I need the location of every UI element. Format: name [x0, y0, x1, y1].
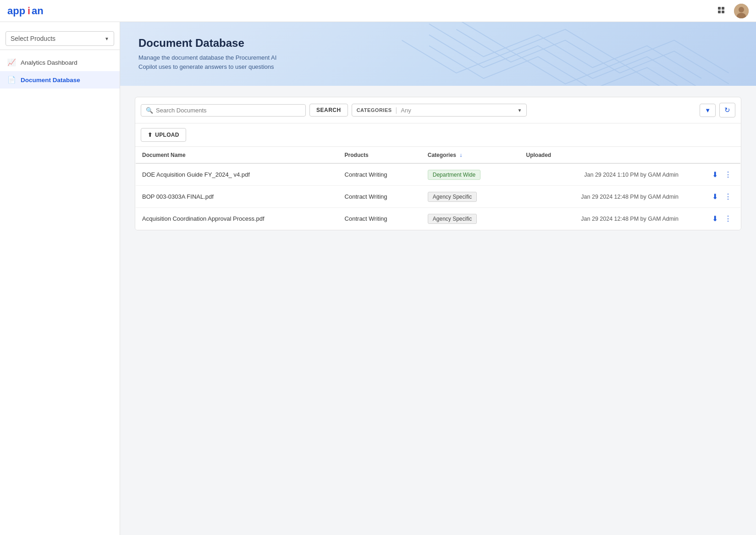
search-wrapper: 🔍	[141, 104, 306, 117]
cell-doc-name: Acquisition Coordination Approval Proces…	[136, 208, 338, 230]
sidebar-item-label-analytics: Analytics Dashboard	[21, 59, 77, 66]
upload-container: ⬆ UPLOAD	[135, 123, 741, 147]
content-area: 🔍 SEARCH CATEGORIES | Any ▼ ▼	[120, 86, 756, 241]
document-table-container: 🔍 SEARCH CATEGORIES | Any ▼ ▼	[135, 97, 741, 230]
hero-banner: Document Database Manage the document da…	[120, 22, 756, 86]
appian-logo-svg: app i an	[7, 4, 49, 18]
uploaded-text: Jan 29 2024 12:48 PM by GAM Admin	[581, 194, 679, 200]
uploaded-text: Jan 29 2024 1:10 PM by GAM Admin	[584, 172, 679, 178]
svg-text:app: app	[7, 5, 25, 17]
categories-label: CATEGORIES	[357, 107, 392, 113]
upload-button[interactable]: ⬆ UPLOAD	[141, 128, 186, 142]
th-categories[interactable]: Categories ↓	[421, 147, 520, 164]
search-icon: 🔍	[146, 107, 153, 114]
product-select[interactable]: Select Products ▼	[6, 31, 114, 46]
upload-label: UPLOAD	[155, 132, 179, 138]
more-options-button[interactable]: ⋮	[722, 191, 734, 202]
search-input[interactable]	[156, 107, 301, 114]
filter-icon: ▼	[705, 107, 711, 114]
sidebar-item-document-database[interactable]: 📄 Document Database	[0, 71, 120, 89]
cell-uploaded: Jan 29 2024 1:10 PM by GAM Admin	[520, 163, 685, 186]
svg-rect-6	[722, 11, 724, 13]
table-header: Document Name Products Categories ↓ Uplo…	[136, 147, 741, 164]
more-options-button[interactable]: ⋮	[722, 169, 734, 180]
avatar[interactable]	[734, 4, 749, 18]
category-badge: Agency Specific	[428, 192, 477, 202]
page-subtitle: Manage the document database the Procure…	[138, 53, 738, 71]
search-filter-bar: 🔍 SEARCH CATEGORIES | Any ▼ ▼	[135, 97, 741, 123]
cell-category: Agency Specific	[421, 186, 520, 208]
th-uploaded: Uploaded	[520, 147, 685, 164]
refresh-button[interactable]: ↻	[719, 103, 735, 117]
sidebar: Select Products ▼ 📈 Analytics Dashboard …	[0, 22, 120, 535]
category-badge: Department Wide	[428, 170, 480, 180]
cell-uploaded: Jan 29 2024 12:48 PM by GAM Admin	[520, 208, 685, 230]
app-layout: Select Products ▼ 📈 Analytics Dashboard …	[0, 22, 756, 535]
svg-rect-5	[718, 11, 721, 13]
svg-rect-3	[718, 7, 721, 10]
avatar-image	[734, 4, 749, 18]
cell-doc-name: BOP 003-0303A FINAL.pdf	[136, 186, 338, 208]
svg-point-8	[739, 7, 744, 12]
table-row: BOP 003-0303A FINAL.pdf Contract Writing…	[136, 186, 741, 208]
download-button[interactable]: ⬇	[710, 213, 720, 224]
cell-doc-name: DOE Acquisition Guide FY_2024_ v4.pdf	[136, 163, 338, 186]
sort-icon: ↓	[459, 152, 462, 158]
page-title: Document Database	[138, 37, 738, 50]
table-row: DOE Acquisition Guide FY_2024_ v4.pdf Co…	[136, 163, 741, 186]
cell-actions: ⬇ ⋮	[685, 163, 741, 186]
svg-text:i: i	[28, 5, 30, 17]
cell-products: Contract Writing	[338, 208, 421, 230]
more-options-button[interactable]: ⋮	[722, 213, 734, 224]
categories-chevron-icon: ▼	[518, 108, 522, 113]
refresh-icon: ↻	[724, 106, 730, 114]
document-table: Document Name Products Categories ↓ Uplo…	[135, 147, 741, 230]
top-nav: app i an	[0, 0, 756, 22]
cell-products: Contract Writing	[338, 186, 421, 208]
uploaded-text: Jan 29 2024 12:48 PM by GAM Admin	[581, 216, 679, 222]
upload-icon: ⬆	[148, 132, 152, 138]
cell-category: Agency Specific	[421, 208, 520, 230]
categories-filter[interactable]: CATEGORIES | Any ▼	[352, 104, 527, 117]
cell-actions: ⬇ ⋮	[685, 186, 741, 208]
chevron-down-icon: ▼	[105, 36, 109, 41]
th-document-name: Document Name	[136, 147, 338, 164]
sidebar-item-analytics[interactable]: 📈 Analytics Dashboard	[0, 54, 120, 71]
product-select-wrapper: Select Products ▼	[0, 28, 120, 50]
download-button[interactable]: ⬇	[710, 169, 720, 180]
search-button[interactable]: SEARCH	[309, 104, 348, 117]
cell-uploaded: Jan 29 2024 12:48 PM by GAM Admin	[520, 186, 685, 208]
app-logo: app i an	[7, 4, 49, 18]
sidebar-item-label-document-database: Document Database	[21, 77, 80, 84]
sidebar-nav: 📈 Analytics Dashboard 📄 Document Databas…	[0, 54, 120, 89]
product-select-label: Select Products	[11, 35, 55, 42]
cell-actions: ⬇ ⋮	[685, 208, 741, 230]
download-button[interactable]: ⬇	[710, 191, 720, 202]
table-body: DOE Acquisition Guide FY_2024_ v4.pdf Co…	[136, 163, 741, 230]
svg-rect-4	[722, 7, 724, 10]
svg-text:an: an	[32, 5, 44, 17]
cell-products: Contract Writing	[338, 163, 421, 186]
nav-icon-analytics: 📈	[7, 58, 16, 67]
nav-icon-document-database: 📄	[7, 76, 16, 84]
filter-button[interactable]: ▼	[700, 104, 716, 117]
table-row: Acquisition Coordination Approval Proces…	[136, 208, 741, 230]
categories-value: Any	[401, 107, 513, 114]
grid-icon[interactable]	[716, 5, 728, 17]
category-badge: Agency Specific	[428, 214, 477, 224]
main-content: Document Database Manage the document da…	[120, 22, 756, 535]
nav-right	[716, 4, 749, 18]
cell-category: Department Wide	[421, 163, 520, 186]
th-actions	[685, 147, 741, 164]
th-products: Products	[338, 147, 421, 164]
